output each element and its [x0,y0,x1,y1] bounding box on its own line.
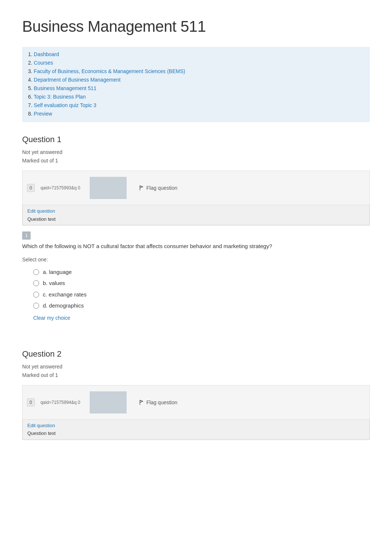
breadcrumb-link-3[interactable]: Faculty of Business, Economics & Managem… [34,68,185,74]
answer-option-q1b: b. values [33,279,370,288]
question-1-toolbar-num: 0 [27,184,35,192]
page-title: Business Management 511 [22,15,370,38]
question-2-edit-bar: Edit question Question text [23,420,369,440]
question-2-content-area: 0 qaid=71575994&q 0 Flag question Edit q… [22,385,370,440]
question-1-options: a. languageb. valuesc. exchange ratesd. … [33,268,370,310]
question-2-marked: Marked out of 1 [22,371,370,379]
label-q1a[interactable]: a. language [43,268,72,277]
question-2-edit-link[interactable]: Edit question [27,422,365,429]
question-1-toolbar-qaid: qaid=71575993&q 0 [41,185,80,191]
flag-icon-2 [139,400,144,405]
answer-option-q1d: d. demographics [33,302,370,310]
question-1-toolbar: 0 qaid=71575993&q 0 Flag question [23,171,369,205]
question-2-status: Not yet answered [22,363,370,371]
question-2-text-label: Question text [27,430,365,437]
question-2-toolbar: 0 qaid=71575994&q 0 Flag question [23,385,369,420]
question-1-meta: Not yet answered Marked out of 1 [22,148,370,165]
question-2-section: Question 2 Not yet answered Marked out o… [22,348,370,440]
breadcrumb-item-8: Preview [28,110,364,118]
radio-q1b[interactable] [33,280,39,286]
clear-choice-1-link[interactable]: Clear my choice [33,314,70,322]
breadcrumb-link-5[interactable]: Business Management 511 [34,85,97,91]
question-1-instruction: Select one: [22,256,370,264]
page-wrapper: Business Management 511 DashboardCourses… [0,0,392,470]
flag-question-2-button[interactable]: Flag question [136,398,180,407]
radio-q1a[interactable] [33,269,39,275]
breadcrumb-link-1[interactable]: Dashboard [34,51,59,57]
breadcrumb-link-6[interactable]: Topic 3: Business Plan [34,94,86,100]
question-2-image-area [86,388,130,417]
label-q1c[interactable]: c. exchange rates [43,291,86,299]
breadcrumb-item-2: Courses [28,59,364,67]
question-1-content-area: 0 qaid=71575993&q 0 Flag question Edit q… [22,171,370,226]
question-1-status: Not yet answered [22,148,370,156]
answer-option-q1a: a. language [33,268,370,277]
answer-option-q1c: c. exchange rates [33,291,370,299]
question-2-toolbar-num: 0 [27,398,35,406]
question-2-image-placeholder [90,391,127,413]
label-q1d[interactable]: d. demographics [43,302,84,310]
question-1-section: Question 1 Not yet answered Marked out o… [22,133,370,333]
breadcrumb-link-4[interactable]: Department of Business Management [34,77,121,83]
breadcrumb-item-7: Self evaluation quiz Topic 3 [28,102,364,109]
question-2-meta: Not yet answered Marked out of 1 [22,363,370,379]
breadcrumb-link-8[interactable]: Preview [34,111,52,117]
breadcrumb-link-7[interactable]: Self evaluation quiz Topic 3 [34,102,96,108]
breadcrumb-link-2[interactable]: Courses [34,60,53,66]
question-2-header: Question 2 [22,348,370,360]
question-1-marked: Marked out of 1 [22,157,370,165]
question-1-text-label: Question text [27,216,365,223]
breadcrumb-item-3: Faculty of Business, Economics & Managem… [28,68,364,75]
flag-question-1-button[interactable]: Flag question [136,183,180,192]
radio-q1c[interactable] [33,292,39,298]
breadcrumb-item-1: Dashboard [28,51,364,58]
question-2-toolbar-qaid: qaid=71575994&q 0 [41,399,80,406]
question-1-number-badge: 1 [22,231,31,240]
breadcrumb-item-4: Department of Business Management [28,76,364,84]
breadcrumb: DashboardCoursesFaculty of Business, Eco… [22,47,370,122]
question-1-image-area [86,173,130,203]
question-1-image-placeholder [90,177,127,199]
question-1-text: Which of the following is NOT a cultural… [22,242,370,251]
question-1-edit-bar: Edit question Question text [23,205,369,225]
radio-q1d[interactable] [33,303,39,309]
question-1-header: Question 1 [22,133,370,145]
breadcrumb-item-5: Business Management 511 [28,85,364,92]
question-1-edit-link[interactable]: Edit question [27,207,365,215]
label-q1b[interactable]: b. values [43,279,65,288]
breadcrumb-item-6: Topic 3: Business Plan [28,93,364,101]
flag-icon [139,185,144,191]
